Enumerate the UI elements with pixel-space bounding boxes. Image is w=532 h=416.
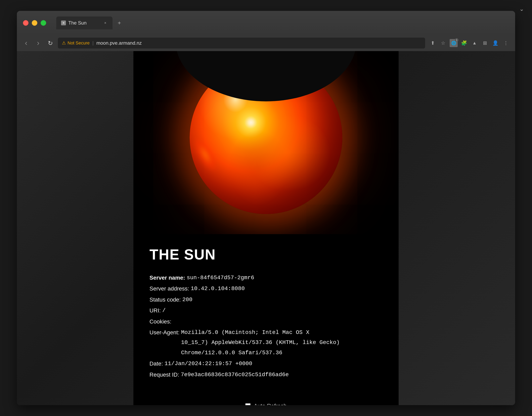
server-address-value: 10.42.0.104:8080 (191, 284, 245, 294)
auto-refresh-checkbox[interactable] (245, 403, 250, 405)
address-separator: | (92, 40, 94, 46)
toolbar-actions: ⬆ ☆ 🌐 1 🧩 ▲ ⊞ 👤 (428, 39, 510, 48)
page-content: THE SUN Server name: sun-84f6547d57-2gmr… (17, 51, 515, 405)
content-card: THE SUN Server name: sun-84f6547d57-2gmr… (133, 51, 399, 405)
date-label: Date: (150, 359, 163, 369)
grid-button[interactable]: ⊞ (481, 39, 489, 48)
server-name-label: Server name: (150, 273, 185, 283)
security-label: Not Secure (67, 40, 90, 46)
sun-image (133, 51, 399, 234)
page-title: THE SUN (150, 246, 382, 263)
server-address-label: Server address: (150, 284, 189, 294)
extension-badge: 1 (455, 38, 458, 42)
active-tab[interactable]: ☀ The Sun × (56, 17, 113, 29)
server-address-row: Server address: 10.42.0.104:8080 (150, 284, 382, 294)
server-name-row: Server name: sun-84f6547d57-2gmr6 (150, 273, 382, 283)
extension-icon: 🌐 1 (450, 39, 458, 47)
share-icon: ⬆ (431, 40, 435, 46)
profile-button[interactable]: 👤 (491, 39, 500, 48)
more-icon: ⋮ (504, 40, 508, 46)
cookies-row: Cookies: (150, 317, 382, 327)
status-code-label: Status code: (150, 295, 181, 305)
security-warning-icon: ⚠ Not Secure (62, 40, 90, 46)
more-button[interactable]: ⋮ (502, 39, 510, 48)
back-button[interactable]: ‹ (22, 39, 30, 48)
address-url: moon.pve.armand.nz (96, 40, 421, 46)
request-id-row: Request ID: 7e9e3ac86836c8376c025c51df86… (150, 370, 382, 380)
request-id-label: Request ID: (150, 370, 179, 380)
person-icon: 👤 (493, 40, 498, 46)
flask-icon: ▲ (472, 40, 477, 46)
puzzle-button[interactable]: 🧩 (460, 39, 468, 48)
auto-refresh-label: Auto Refresh (254, 403, 286, 405)
uri-label: URI: (150, 306, 161, 316)
grid-icon: ⊞ (483, 40, 487, 46)
traffic-lights (23, 20, 46, 26)
minimize-button[interactable] (32, 20, 37, 26)
status-code-row: Status code: 200 (150, 295, 382, 305)
address-bar[interactable]: ⚠ Not Secure | moon.pve.armand.nz (58, 38, 425, 49)
title-bar: ☀ The Sun × + ⌄ (17, 11, 515, 35)
top-shadow-overlay (176, 51, 356, 101)
info-table: Server name: sun-84f6547d57-2gmr6 Server… (150, 273, 382, 380)
user-agent-row: User-Agent: Mozilla/5.0 (Macintosh; Inte… (150, 327, 382, 358)
puzzle-icon: 🧩 (461, 40, 467, 46)
close-button[interactable] (23, 20, 28, 26)
maximize-button[interactable] (41, 20, 46, 26)
refresh-button[interactable]: ↻ (46, 39, 55, 48)
star-icon: ☆ (441, 40, 446, 46)
tab-title: The Sun (68, 20, 86, 26)
toolbar: ‹ › ↻ ⚠ Not Secure | moon.pve.armand.nz … (17, 35, 515, 51)
cookies-label: Cookies: (150, 317, 171, 327)
tab-favicon: ☀ (61, 20, 66, 25)
tab-bar: ☀ The Sun × + (56, 17, 124, 29)
user-agent-label: User-Agent: (150, 327, 180, 358)
server-name-value: sun-84f6547d57-2gmr6 (187, 273, 254, 283)
uri-row: URI: / (150, 306, 382, 316)
user-agent-value: Mozilla/5.0 (Macintosh; Intel Mac OS X10… (181, 327, 340, 358)
uri-value: / (162, 306, 166, 316)
flask-button[interactable]: ▲ (470, 39, 479, 48)
request-id-value: 7e9e3ac86836c8376c025c51df86ad6e (181, 370, 289, 380)
info-section: THE SUN Server name: sun-84f6547d57-2gmr… (133, 234, 399, 397)
auto-refresh-bar: Auto Refresh (133, 397, 399, 405)
date-value: 11/Jan/2024:22:19:57 +0000 (164, 359, 252, 369)
status-code-value: 200 (182, 295, 192, 305)
extension-button[interactable]: 🌐 1 (449, 39, 458, 48)
forward-button[interactable]: › (34, 39, 43, 48)
tab-close-button[interactable]: × (103, 20, 108, 25)
date-row: Date: 11/Jan/2024:22:19:57 +0000 (150, 359, 382, 369)
browser-window: ☀ The Sun × + ⌄ ‹ › ↻ ⚠ (17, 11, 515, 405)
bookmark-button[interactable]: ☆ (439, 39, 448, 48)
new-tab-button[interactable]: + (114, 18, 124, 28)
share-button[interactable]: ⬆ (428, 39, 437, 48)
